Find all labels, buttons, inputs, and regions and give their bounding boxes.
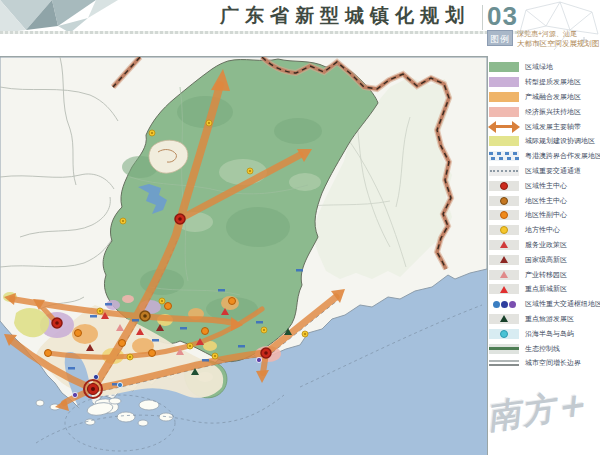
legend-label: 产业转移园区 [525, 270, 567, 280]
legend-swatch [489, 77, 519, 87]
map-subtitle: 深莞惠+河源、汕尾 大都市区空间发展规划图 [517, 29, 600, 48]
legend-swatch [489, 151, 519, 161]
map-canvas [0, 56, 488, 455]
legend-swatch [489, 196, 519, 206]
legend-item: 国家级高新区 [489, 252, 599, 267]
legend-swatch [489, 329, 519, 339]
legend-item: 服务业政策区 [489, 238, 599, 253]
legend-item: 地方性中心 [489, 223, 599, 238]
legend-swatch [489, 240, 519, 250]
legend-item: 产城融合发展地区 [489, 90, 599, 105]
legend-label: 区域绿地 [525, 62, 553, 72]
legend-item: 转型提质发展地区 [489, 75, 599, 90]
legend-label: 生态控制线 [525, 344, 560, 354]
legend-swatch [489, 284, 519, 294]
legend-label: 服务业政策区 [525, 240, 567, 250]
legend-label: 沿海半岛与岛屿 [525, 329, 574, 339]
legend-item: 重点旅游发展区 [489, 312, 599, 327]
legend-item: 产业转移园区 [489, 267, 599, 282]
legend-item: 重点新城新区 [489, 282, 599, 297]
legend-label: 地区性主中心 [525, 196, 567, 206]
legend-swatch [489, 62, 519, 72]
legend-label: 区域重要交通通道 [525, 166, 581, 176]
legend-item: 城际规划建设协调地区 [489, 134, 599, 149]
legend-label: 区域性主中心 [525, 181, 567, 191]
legend-item: 城市空间增长边界 [489, 356, 599, 371]
legend-swatch [489, 92, 519, 102]
legend-item: 经济振兴扶持地区 [489, 104, 599, 119]
subtitle-line2: 大都市区空间发展规划图 [517, 39, 600, 48]
legend-swatch [489, 314, 519, 324]
header-divider [0, 31, 527, 34]
legend-label: 重点新城新区 [525, 284, 567, 294]
legend-item: 粤港澳跨界合作发展地区 [489, 149, 599, 164]
legend-label: 城际规划建设协调地区 [525, 136, 595, 146]
legend-label: 经济振兴扶持地区 [525, 107, 581, 117]
legend-swatch [489, 344, 519, 354]
legend-item: 地区性副中心 [489, 208, 599, 223]
legend-panel: 区域绿地 转型提质发展地区 产城融合发展地区 经济振兴扶持地区 区域发展主要轴带… [489, 60, 599, 371]
page-title: 广东省新型城镇化规划 [0, 3, 470, 29]
legend-swatch [489, 166, 519, 176]
legend-label: 地方性中心 [525, 225, 560, 235]
legend-item: 沿海半岛与岛屿 [489, 326, 599, 341]
legend-label: 转型提质发展地区 [525, 77, 581, 87]
legend-item: 区域性重大交通枢纽地区 [489, 297, 599, 312]
legend-box: 图例 [487, 30, 513, 46]
page-number: 03 [487, 1, 518, 32]
legend-item: 区域性主中心 [489, 178, 599, 193]
legend-label: 粤港澳跨界合作发展地区 [525, 151, 600, 161]
legend-label: 国家级高新区 [525, 255, 567, 265]
map-image [0, 57, 487, 455]
legend-item: 地区性主中心 [489, 193, 599, 208]
legend-swatch [489, 358, 519, 368]
legend-label: 地区性副中心 [525, 210, 567, 220]
legend-label: 产城融合发展地区 [525, 92, 581, 102]
legend-item: 生态控制线 [489, 341, 599, 356]
watermark: 南方+ [484, 381, 600, 455]
page: 广东省新型城镇化规划 03 图例 深莞惠+河源、汕尾 大都市区空间发展规划图 [0, 0, 600, 455]
district-main-center-marker [140, 311, 150, 321]
legend-swatch [489, 210, 519, 220]
legend-label: 区域发展主要轴带 [525, 122, 581, 132]
legend-label: 重点旅游发展区 [525, 314, 574, 324]
legend-swatch [489, 181, 519, 191]
legend-swatch [489, 270, 519, 280]
legend-swatch [489, 107, 519, 117]
header-vertical-divider [482, 5, 483, 30]
legend-item: 区域绿地 [489, 60, 599, 75]
legend-item: 区域发展主要轴带 [489, 119, 599, 134]
legend-label: 城市空间增长边界 [525, 358, 581, 368]
legend-item: 区域重要交通通道 [489, 164, 599, 179]
legend-swatch [489, 255, 519, 265]
legend-swatch [489, 299, 519, 309]
legend-swatch [489, 136, 519, 146]
legend-label: 区域性重大交通枢纽地区 [525, 299, 600, 309]
legend-swatch [489, 122, 519, 132]
subtitle-line1: 深莞惠+河源、汕尾 [517, 29, 600, 38]
legend-swatch [489, 225, 519, 235]
